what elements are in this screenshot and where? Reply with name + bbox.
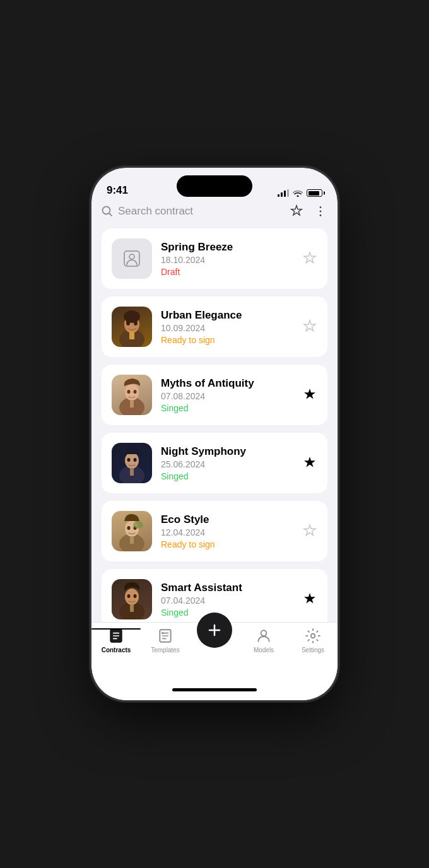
contracts-list: Spring Breeze 18.10.2024 Draft Urban Ele… <box>102 228 327 622</box>
tab-contracts-label: Contracts <box>102 647 131 654</box>
contract-card-night-symphony[interactable]: Night Symphony 25.06.2024 Singed <box>102 433 327 493</box>
contract-date: 10.09.2024 <box>161 323 317 333</box>
contract-info: Eco Style 12.04.2024 Ready to sign <box>161 513 317 549</box>
favorite-filter-icon[interactable] <box>290 204 303 218</box>
contract-name: Night Symphony <box>161 445 317 458</box>
svg-rect-11 <box>129 332 134 339</box>
svg-point-38 <box>311 634 315 638</box>
svg-point-1 <box>320 206 322 208</box>
tab-contracts[interactable]: Contracts <box>91 628 141 654</box>
svg-point-36 <box>162 632 163 634</box>
tab-settings-label: Settings <box>302 647 324 654</box>
contract-card-myths-of-antiquity[interactable]: Myths of Antiquity 07.08.2024 Singed <box>102 365 327 425</box>
svg-point-19 <box>127 458 131 462</box>
svg-point-37 <box>261 630 267 636</box>
signal-icon <box>278 189 289 197</box>
svg-point-27 <box>133 521 143 529</box>
contract-name: Urban Elegance <box>161 309 317 322</box>
contract-date: 07.08.2024 <box>161 391 317 401</box>
contract-name: Spring Breeze <box>161 241 317 254</box>
favorite-icon[interactable] <box>302 592 317 607</box>
contract-info: Spring Breeze 18.10.2024 Draft <box>161 241 317 277</box>
search-bar: Search contract <box>102 202 327 218</box>
svg-point-20 <box>134 458 137 462</box>
svg-point-3 <box>320 214 322 216</box>
svg-rect-21 <box>130 468 134 476</box>
tab-models[interactable]: Models <box>239 628 288 654</box>
contract-status: Draft <box>161 267 317 277</box>
contracts-icon <box>108 628 124 644</box>
svg-point-30 <box>127 594 131 598</box>
contract-info: Night Symphony 25.06.2024 Singed <box>161 445 317 481</box>
tab-models-label: Models <box>254 647 274 654</box>
contract-status: Singed <box>161 471 317 481</box>
content-area: Search contract <box>91 202 338 622</box>
svg-point-5 <box>129 254 134 259</box>
contract-card-spring-breeze[interactable]: Spring Breeze 18.10.2024 Draft <box>102 228 327 289</box>
contract-info: Urban Elegance 10.09.2024 Ready to sign <box>161 309 317 345</box>
models-icon <box>256 628 272 644</box>
favorite-icon[interactable] <box>302 524 317 539</box>
svg-rect-26 <box>130 536 134 544</box>
contract-card-eco-style[interactable]: Eco Style 12.04.2024 Ready to sign <box>102 501 327 561</box>
contract-status: Ready to sign <box>161 539 317 549</box>
svg-point-15 <box>134 390 137 394</box>
tab-active-line <box>91 628 141 630</box>
status-icons <box>278 189 322 197</box>
favorite-icon[interactable] <box>302 387 317 402</box>
tab-templates[interactable]: Templates <box>141 628 190 654</box>
svg-point-2 <box>320 211 322 213</box>
svg-rect-16 <box>130 400 134 408</box>
contract-date: 12.04.2024 <box>161 527 317 537</box>
tab-templates-label: Templates <box>151 647 180 654</box>
settings-icon <box>305 628 321 644</box>
contract-name: Eco Style <box>161 513 317 526</box>
svg-point-24 <box>127 526 131 530</box>
contract-status: Singed <box>161 403 317 413</box>
contract-name: Myths of Antiquity <box>161 377 317 390</box>
favorite-icon[interactable] <box>302 251 317 266</box>
contract-date: 07.04.2024 <box>161 595 317 606</box>
svg-point-31 <box>134 594 137 598</box>
contract-name: Smart Assistant <box>161 582 317 594</box>
more-options-icon[interactable] <box>314 204 327 218</box>
home-indicator <box>91 679 338 700</box>
home-bar <box>172 688 257 691</box>
dynamic-island <box>177 175 252 197</box>
search-placeholder: Search contract <box>118 205 193 218</box>
favorite-icon[interactable] <box>302 455 317 471</box>
contract-status: Singed <box>161 607 317 618</box>
add-button[interactable] <box>197 613 232 648</box>
svg-rect-32 <box>130 604 134 612</box>
contract-info: Myths of Antiquity 07.08.2024 Singed <box>161 377 317 413</box>
contract-date: 18.10.2024 <box>161 255 317 265</box>
search-input-wrap[interactable]: Search contract <box>102 205 279 218</box>
tab-bar: Contracts Templates <box>91 622 338 679</box>
contract-date: 25.06.2024 <box>161 459 317 469</box>
wifi-icon <box>293 189 303 197</box>
battery-icon <box>307 189 322 197</box>
contract-info: Smart Assistant 07.04.2024 Singed <box>161 582 317 618</box>
favorite-icon[interactable] <box>302 319 317 334</box>
templates-icon <box>157 628 173 644</box>
svg-point-14 <box>127 390 131 394</box>
contract-status: Ready to sign <box>161 335 317 345</box>
search-icon <box>102 206 113 217</box>
status-time: 9:41 <box>107 184 128 197</box>
contract-card-urban-elegance[interactable]: Urban Elegance 10.09.2024 Ready to sign <box>102 296 327 357</box>
search-actions <box>290 204 327 218</box>
tab-settings[interactable]: Settings <box>288 628 338 654</box>
